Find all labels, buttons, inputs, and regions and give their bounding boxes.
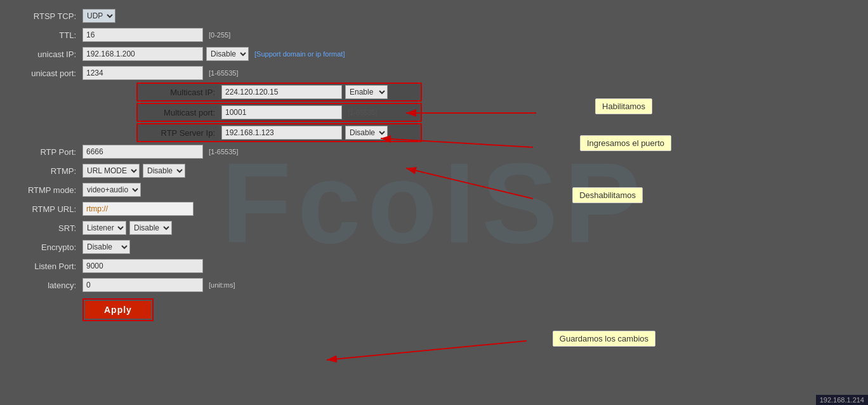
- rtp-server-ip-controls: Disable Enable: [221, 126, 419, 140]
- rtmp-url-controls: [82, 202, 868, 216]
- multicast-ip-select[interactable]: Enable Disable: [345, 85, 388, 99]
- rtp-server-ip-select[interactable]: Disable Enable: [345, 126, 388, 140]
- encrypto-select[interactable]: Disable AES-128 AES-192 AES-256: [82, 240, 130, 254]
- rtp-server-ip-row: RTP Server Ip: Disable Enable: [136, 123, 422, 142]
- rtsp-tcp-select[interactable]: UDP TCP: [82, 9, 115, 23]
- multicast-port-label: Multicast port:: [139, 108, 221, 117]
- listen-port-label: Listen Port:: [0, 262, 82, 271]
- unicast-port-input[interactable]: [82, 66, 203, 80]
- unicast-ip-hint: [Support domain or ip format]: [254, 50, 345, 58]
- multicast-ip-input[interactable]: [221, 85, 342, 99]
- annotation-habilitamos: Habilitamos: [595, 98, 652, 114]
- rtmp-label: RTMP:: [0, 166, 82, 176]
- rtmp-controls: URL MODE RTSP URL Disable Enable: [82, 164, 868, 178]
- unicast-ip-row: unicast IP: Disable Enable [Support doma…: [0, 44, 868, 63]
- srt-label: SRT:: [0, 223, 82, 233]
- main-content: RTSP TCP: UDP TCP TTL: [0-255] unicast I…: [0, 0, 868, 325]
- latency-controls: [unit:ms]: [82, 278, 868, 292]
- unicast-ip-select[interactable]: Disable Enable: [206, 47, 249, 61]
- rtmp-mode-select[interactable]: video+audio video audio: [82, 183, 141, 197]
- rtmp-url-input[interactable]: [82, 202, 194, 216]
- srt-controls: Listener Caller Disable Enable: [82, 221, 868, 235]
- latency-label: latency:: [0, 281, 82, 290]
- srt-select1[interactable]: Listener Caller: [82, 221, 126, 235]
- rtmp-url-row: RTMP URL:: [0, 199, 868, 218]
- rtmp-row: RTMP: URL MODE RTSP URL Disable Enable: [0, 161, 868, 180]
- svg-line-4: [327, 341, 527, 360]
- rtp-port-hint: [1-65535]: [209, 148, 238, 156]
- rtp-port-label: RTP Port:: [0, 147, 82, 157]
- multicast-ip-row: Multicast IP: Enable Disable: [136, 83, 422, 102]
- ttl-row: TTL: [0-255]: [0, 25, 868, 44]
- rtsp-tcp-row: RTSP TCP: UDP TCP: [0, 6, 868, 25]
- unicast-port-row: unicast port: [1-65535]: [0, 63, 868, 83]
- multicast-port-input[interactable]: [221, 105, 342, 119]
- apply-button[interactable]: Apply: [85, 301, 151, 319]
- srt-row: SRT: Listener Caller Disable Enable: [0, 218, 868, 237]
- multicast-port-row: Multicast port: [1-65535]: [136, 103, 422, 122]
- ttl-input[interactable]: [82, 28, 203, 42]
- encrypto-row: Encrypto: Disable AES-128 AES-192 AES-25…: [0, 237, 868, 256]
- multicast-port-hint: [1-65535]: [348, 109, 377, 116]
- unicast-port-hint: [1-65535]: [209, 69, 238, 77]
- latency-row: latency: [unit:ms]: [0, 276, 868, 295]
- ttl-controls: [0-255]: [82, 28, 868, 42]
- multicast-ip-label: Multicast IP:: [139, 88, 221, 97]
- rtp-port-controls: [1-65535]: [82, 145, 868, 159]
- multicast-ip-controls: Enable Disable: [221, 85, 419, 99]
- encrypto-controls: Disable AES-128 AES-192 AES-256: [82, 240, 868, 254]
- unicast-port-label: unicast port:: [0, 69, 82, 78]
- latency-hint: [unit:ms]: [209, 281, 235, 289]
- listen-port-row: Listen Port:: [0, 256, 868, 276]
- unicast-port-controls: [1-65535]: [82, 66, 868, 80]
- rtp-port-input[interactable]: [82, 145, 203, 159]
- rtp-server-ip-label: RTP Server Ip:: [139, 128, 221, 138]
- rtmp-mode-controls: video+audio video audio: [82, 183, 868, 197]
- ttl-label: TTL:: [0, 30, 82, 40]
- apply-button-wrapper: Apply: [82, 298, 154, 321]
- listen-port-input[interactable]: [82, 259, 203, 273]
- srt-select2[interactable]: Disable Enable: [129, 221, 172, 235]
- unicast-ip-controls: Disable Enable [Support domain or ip for…: [82, 47, 868, 61]
- rtmp-select1[interactable]: URL MODE RTSP URL: [82, 164, 140, 178]
- rtmp-url-label: RTMP URL:: [0, 204, 82, 214]
- rtp-server-ip-input[interactable]: [221, 126, 342, 140]
- encrypto-label: Encrypto:: [0, 242, 82, 252]
- rtmp-mode-label: RTMP mode:: [0, 185, 82, 195]
- rtp-port-row: RTP Port: [1-65535]: [0, 142, 868, 161]
- annotation-ingresamos-puerto: Ingresamos el puerto: [580, 135, 671, 151]
- apply-controls: Apply: [82, 298, 868, 321]
- unicast-ip-input[interactable]: [82, 47, 203, 61]
- unicast-ip-label: unicast IP:: [0, 50, 82, 59]
- annotation-deshabilitamos: Deshabilitamos: [572, 187, 643, 203]
- rtsp-tcp-label: RTSP TCP:: [0, 11, 82, 21]
- rtsp-tcp-controls: UDP TCP: [82, 9, 868, 23]
- latency-input[interactable]: [82, 278, 203, 292]
- rtmp-mode-row: RTMP mode: video+audio video audio: [0, 180, 868, 199]
- multicast-port-controls: [1-65535]: [221, 105, 419, 119]
- apply-row: Apply: [0, 295, 868, 325]
- ttl-hint: [0-255]: [209, 31, 230, 39]
- annotation-guardamos-cambios: Guardamos los cambios: [553, 331, 655, 347]
- ip-display: 192.168.1.214: [816, 395, 868, 405]
- listen-port-controls: [82, 259, 868, 273]
- rtmp-select2[interactable]: Disable Enable: [143, 164, 185, 178]
